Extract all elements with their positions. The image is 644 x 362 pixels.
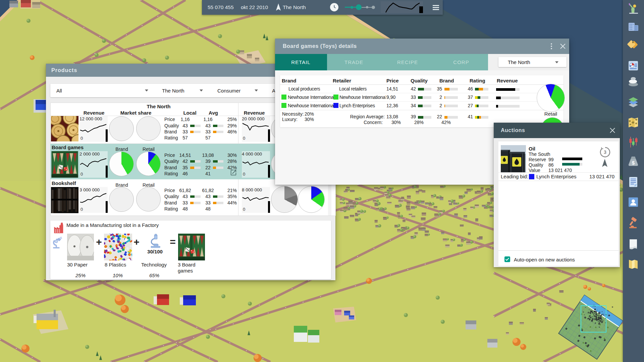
svg-text:3: 3: [604, 149, 606, 155]
svg-text:$: $: [632, 160, 635, 166]
